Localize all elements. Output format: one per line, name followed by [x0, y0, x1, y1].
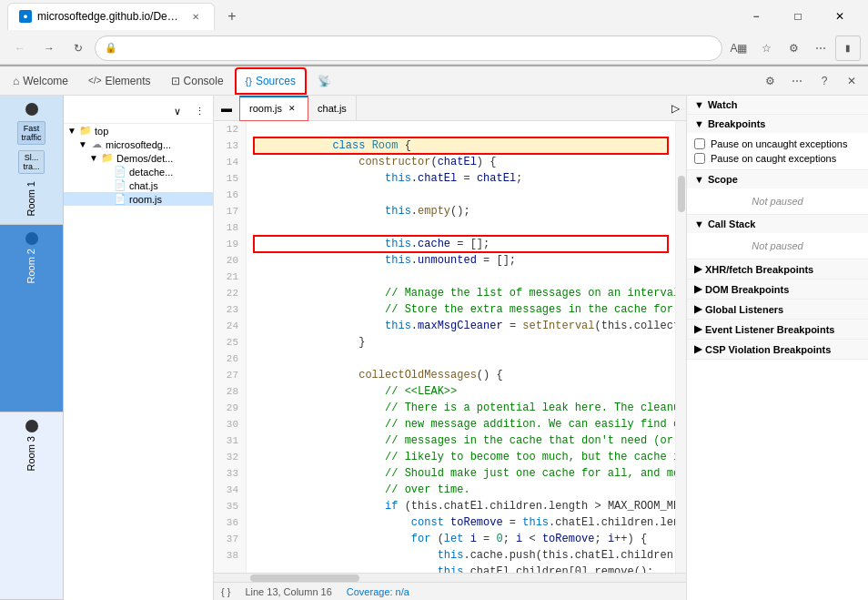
code-content[interactable]: class Room { constructor(chatEl) { this.…: [247, 121, 675, 573]
pause-caught-checkbox[interactable]: [694, 153, 705, 164]
rooms-sidebar: Fasttraffic Sl...tra... Room 1 Room 2 Ro…: [0, 96, 64, 600]
scope-label: Scope: [708, 174, 738, 185]
call-stack-label: Call Stack: [708, 219, 756, 229]
global-listeners-header[interactable]: ▶ Global Listeners: [687, 300, 868, 319]
xhr-breakpoints-header[interactable]: ▶ XHR/fetch Breakpoints: [687, 259, 868, 279]
file-icon-chatjs: 📄: [113, 179, 127, 191]
code-tab-roomjs-close[interactable]: ✕: [286, 102, 298, 115]
read-aloud-button[interactable]: A▦: [726, 36, 752, 61]
devtools-tab-bar: ⌂ Welcome </> Elements ⊡ Console {} Sour…: [0, 66, 868, 96]
devtools-body: Fasttraffic Sl...tra... Room 1 Room 2 Ro…: [0, 96, 868, 600]
sidebar-toggle[interactable]: ▮: [835, 36, 861, 61]
call-stack-content: Not paused: [687, 233, 868, 259]
browser-extension-button[interactable]: ⚙: [781, 36, 806, 61]
call-stack-arrow: ▼: [694, 219, 704, 229]
tree-collapse-btn[interactable]: ∨: [167, 101, 187, 121]
nav-bar: ← → ↻ 🔒 https://microsoftedge.github.io/…: [0, 32, 868, 65]
event-arrow: ▶: [694, 323, 701, 335]
scope-section: ▼ Scope Not paused: [687, 170, 868, 215]
breakpoints-header[interactable]: ▼ Breakpoints: [687, 115, 868, 133]
browser-tab[interactable]: ● microsoftedge.github.io/Demos/d... ✕: [7, 3, 215, 30]
code-tab-chatjs[interactable]: chat.js: [308, 96, 357, 121]
line-numbers: 1213141516 1718192021 2223242526 2728293…: [214, 121, 247, 573]
status-bar: { } Line 13, Column 16 Coverage: n/a: [214, 582, 686, 600]
new-tab-button[interactable]: +: [218, 3, 246, 30]
room3-item[interactable]: Room 3: [0, 412, 63, 600]
event-breakpoints-label: Event Listener Breakpoints: [705, 324, 834, 335]
code-panel-toggle[interactable]: ▬: [214, 96, 239, 121]
tab-sources[interactable]: {} Sources: [235, 67, 307, 95]
room2-label: Room 2: [25, 249, 37, 284]
close-button[interactable]: ✕: [819, 0, 861, 32]
code-tab-roomjs[interactable]: room.js ✕: [239, 96, 308, 121]
maximize-button[interactable]: □: [777, 0, 819, 32]
event-breakpoints-header[interactable]: ▶ Event Listener Breakpoints: [687, 320, 868, 339]
settings-button[interactable]: ⋯: [808, 36, 833, 61]
refresh-button[interactable]: ↻: [66, 36, 91, 61]
title-bar: ● microsoftedge.github.io/Demos/d... ✕ +…: [0, 0, 868, 32]
tab-network[interactable]: 📡: [308, 67, 340, 95]
csp-breakpoints-label: CSP Violation Breakpoints: [705, 344, 831, 355]
tab-elements[interactable]: </> Elements: [79, 67, 160, 95]
tree-arrow-top: ▼: [67, 126, 78, 136]
minimize-button[interactable]: −: [735, 0, 777, 32]
tree-arrow-microsoftedge: ▼: [78, 139, 89, 149]
tree-more-btn[interactable]: ⋮: [189, 101, 209, 121]
code-move-button[interactable]: ▷: [664, 97, 686, 119]
devtools-help[interactable]: ?: [812, 68, 837, 94]
devtools-close[interactable]: ✕: [839, 68, 864, 94]
vscroll-thumb[interactable]: [678, 176, 685, 212]
hscroll-thumb[interactable]: [250, 575, 359, 582]
tree-label-detache: detache...: [129, 167, 173, 178]
event-breakpoints-section: ▶ Event Listener Breakpoints: [687, 320, 868, 340]
tree-label-demos: Demos/det...: [116, 153, 173, 164]
forward-button[interactable]: →: [36, 36, 62, 61]
lock-icon: 🔒: [105, 42, 117, 54]
call-stack-empty: Not paused: [694, 237, 861, 255]
dom-breakpoints-header[interactable]: ▶ DOM Breakpoints: [687, 280, 868, 299]
tree-item-roomjs[interactable]: 📄 room.js: [64, 192, 213, 206]
folder-icon-top: 📁: [78, 125, 93, 137]
tab-close-button[interactable]: ✕: [188, 9, 203, 24]
address-bar[interactable]: 🔒 https://microsoftedge.github.io/Demos/…: [95, 36, 722, 61]
tab-console[interactable]: ⊡ Console: [162, 67, 233, 95]
watch-header[interactable]: ▼ Watch: [687, 96, 868, 114]
xhr-breakpoints-label: XHR/fetch Breakpoints: [705, 264, 813, 275]
favorites-button[interactable]: ☆: [753, 36, 779, 61]
tab-favicon: ●: [19, 10, 32, 23]
vertical-scrollbar[interactable]: [675, 121, 686, 573]
console-icon: ⊡: [171, 75, 180, 87]
watch-arrow: ▼: [694, 99, 704, 110]
tree-item-microsoftedge[interactable]: ▼ ☁ microsoftedg...: [64, 137, 213, 151]
call-stack-header[interactable]: ▼ Call Stack: [687, 215, 868, 233]
devtools-more[interactable]: ⋯: [784, 68, 810, 94]
slow-traffic-badge: Sl...tra...: [23, 153, 39, 171]
dom-breakpoints-label: DOM Breakpoints: [705, 284, 789, 295]
tree-item-chatjs[interactable]: 📄 chat.js: [64, 178, 213, 192]
tree-item-top[interactable]: ▼ 📁 top: [64, 124, 213, 137]
tab-welcome[interactable]: ⌂ Welcome: [4, 67, 77, 95]
horizontal-scrollbar[interactable]: [214, 573, 686, 582]
folder-icon-demos: 📁: [100, 152, 115, 164]
tree-item-demos[interactable]: ▼ 📁 Demos/det...: [64, 151, 213, 165]
devtools-panel: ⌂ Welcome </> Elements ⊡ Console {} Sour…: [0, 65, 868, 600]
tree-item-detache[interactable]: 📄 detache...: [64, 165, 213, 178]
home-icon: ⌂: [13, 75, 19, 87]
url-input[interactable]: https://microsoftedge.github.io/Demos/de…: [123, 42, 712, 55]
pause-uncaught-checkbox[interactable]: [694, 138, 705, 149]
room2-item[interactable]: Room 2: [0, 225, 63, 412]
tree-arrow-demos: ▼: [89, 153, 100, 163]
breakpoints-content: Pause on uncaught exceptions Pause on ca…: [687, 133, 868, 169]
back-button[interactable]: ←: [7, 36, 33, 61]
csp-breakpoints-header[interactable]: ▶ CSP Violation Breakpoints: [687, 340, 868, 359]
room3-dot: [25, 420, 38, 432]
room1-item[interactable]: Fasttraffic Sl...tra... Room 1: [0, 96, 63, 225]
csp-breakpoints-section: ▶ CSP Violation Breakpoints: [687, 340, 868, 360]
right-panel: ▼ Watch ▼ Breakpoints Pause on uncaught …: [686, 96, 868, 600]
file-icon-roomjs: 📄: [113, 193, 127, 205]
scope-header[interactable]: ▼ Scope: [687, 170, 868, 188]
breakpoints-arrow: ▼: [694, 118, 704, 129]
tree-label-microsoftedge: microsoftedg...: [106, 139, 171, 150]
nav-right-buttons: A▦ ☆ ⚙ ⋯ ▮: [726, 36, 861, 61]
devtools-settings[interactable]: ⚙: [757, 68, 782, 94]
